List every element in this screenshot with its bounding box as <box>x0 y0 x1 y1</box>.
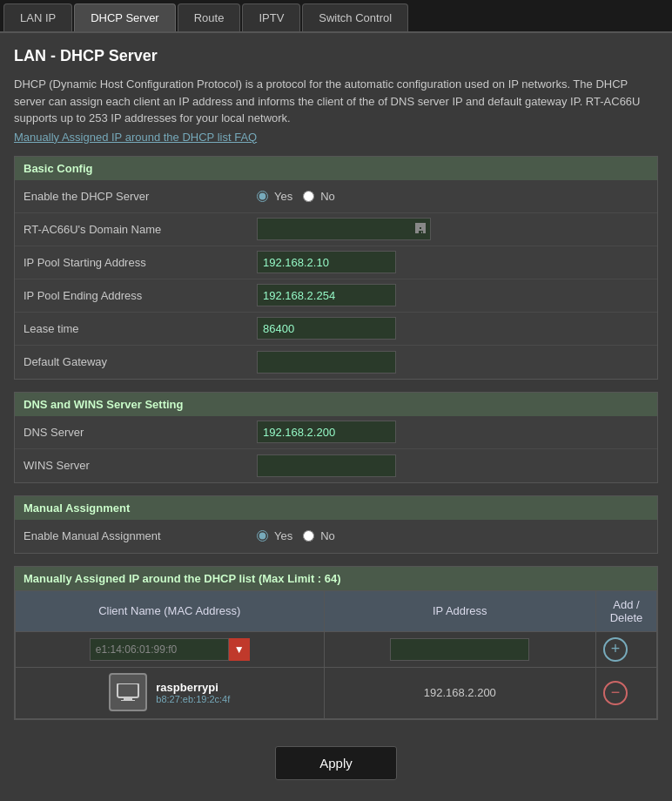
page-title: LAN - DHCP Server <box>14 47 658 65</box>
basic-config-section: Basic Config Enable the DHCP Server Yes … <box>14 156 658 380</box>
tab-switch-control[interactable]: Switch Control <box>302 3 408 31</box>
col-client: Client Name (MAC Address) <box>16 590 325 631</box>
dns-server-label: DNS Server <box>15 421 250 444</box>
ip-pool-start-row: IP Pool Starting Address <box>15 246 657 279</box>
col-add-delete: Add / Delete <box>596 590 657 631</box>
domain-name-label: RT-AC66U's Domain Name <box>15 218 250 241</box>
svg-rect-2 <box>121 700 135 701</box>
tab-route[interactable]: Route <box>178 3 241 31</box>
svg-rect-1 <box>124 697 132 700</box>
device-icon <box>109 673 147 711</box>
dns-wins-section: DNS and WINS Server Setting DNS Server W… <box>14 392 658 483</box>
domain-name-row: RT-AC66U's Domain Name 🖪 <box>15 213 657 246</box>
default-gw-label: Default Gateway <box>15 350 250 374</box>
basic-config-header: Basic Config <box>15 157 657 180</box>
manual-assign-header: Manual Assignment <box>15 496 657 520</box>
enable-manual-no-radio[interactable]: No <box>303 529 335 542</box>
wins-server-input[interactable] <box>257 454 396 477</box>
lease-time-input[interactable] <box>257 317 396 340</box>
lease-time-row: Lease time <box>15 313 657 346</box>
svg-rect-0 <box>118 683 138 697</box>
dns-server-input[interactable] <box>257 421 396 443</box>
ip-pool-start-label: IP Pool Starting Address <box>15 251 250 274</box>
ip-pool-start-input[interactable] <box>257 251 396 273</box>
col-ip: IP Address <box>324 590 595 631</box>
enable-manual-row: Enable Manual Assignment Yes No <box>15 520 657 553</box>
device-mac: b8:27:eb:19:2c:4f <box>156 694 230 704</box>
default-gw-input[interactable] <box>257 351 396 374</box>
mac-dropdown-button[interactable]: ▼ <box>229 638 250 661</box>
apply-button[interactable]: Apply <box>275 746 397 780</box>
delete-entry-button[interactable]: − <box>603 681 628 705</box>
mac-input[interactable] <box>90 638 229 661</box>
default-gw-row: Default Gateway <box>15 346 657 379</box>
enable-dhcp-label: Enable the DHCP Server <box>15 185 250 208</box>
lease-time-label: Lease time <box>15 317 250 340</box>
tab-dhcp-server[interactable]: DHCP Server <box>74 3 176 31</box>
enable-dhcp-yes-radio[interactable]: Yes <box>257 190 292 203</box>
tab-bar: LAN IP DHCP Server Route IPTV Switch Con… <box>0 0 672 31</box>
wins-server-label: WINS Server <box>15 454 250 477</box>
ip-pool-end-input[interactable] <box>257 284 396 306</box>
manual-assign-section: Manual Assignment Enable Manual Assignme… <box>14 495 658 554</box>
wins-server-row: WINS Server <box>15 449 657 482</box>
main-content: LAN - DHCP Server DHCP (Dynamic Host Con… <box>0 31 672 801</box>
tab-iptv[interactable]: IPTV <box>242 3 300 31</box>
enable-manual-label: Enable Manual Assignment <box>15 524 250 548</box>
faq-link[interactable]: Manually Assigned IP around the DHCP lis… <box>14 131 658 144</box>
device-name: raspberrypi <box>156 681 230 694</box>
entry-ip: 192.168.2.200 <box>424 686 496 699</box>
dns-wins-header: DNS and WINS Server Setting <box>15 393 657 416</box>
dhcp-list-header: Manually Assigned IP around the DHCP lis… <box>15 567 657 590</box>
tab-lan-ip[interactable]: LAN IP <box>3 3 72 31</box>
enable-dhcp-row: Enable the DHCP Server Yes No <box>15 180 657 213</box>
domain-name-input[interactable] <box>257 218 431 240</box>
description-text: DHCP (Dynamic Host Configuration Protoco… <box>14 76 658 127</box>
new-entry-row: ▼ + <box>16 631 657 667</box>
dns-server-row: DNS Server <box>15 416 657 449</box>
enable-manual-yes-radio[interactable]: Yes <box>257 529 292 542</box>
add-entry-button[interactable]: + <box>603 637 628 662</box>
dhcp-list-table: Client Name (MAC Address) IP Address Add… <box>15 590 657 719</box>
dhcp-list-section: Manually Assigned IP around the DHCP lis… <box>14 566 658 720</box>
ip-pool-end-label: IP Pool Ending Address <box>15 284 250 307</box>
table-row: raspberrypi b8:27:eb:19:2c:4f 192.168.2.… <box>16 667 657 718</box>
enable-dhcp-no-radio[interactable]: No <box>303 190 335 203</box>
new-ip-input[interactable] <box>390 638 529 661</box>
address-book-icon: 🖪 <box>413 221 427 237</box>
apply-row: Apply <box>14 732 658 794</box>
ip-pool-end-row: IP Pool Ending Address <box>15 279 657 313</box>
